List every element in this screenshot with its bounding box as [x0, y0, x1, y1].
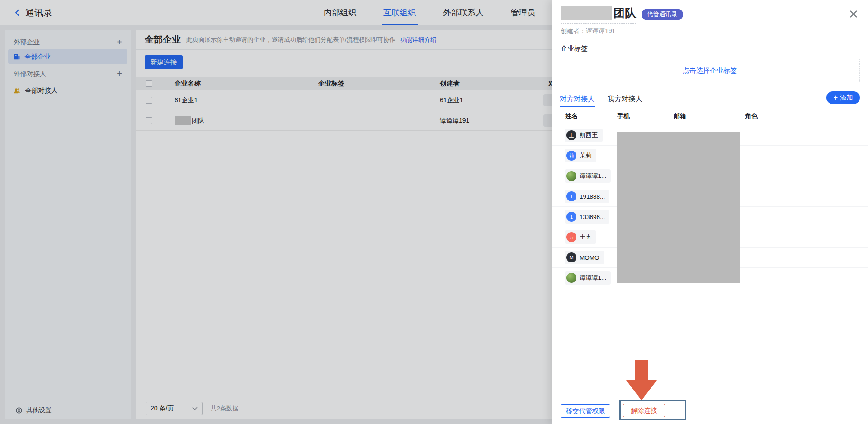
modal-mask	[0, 0, 552, 424]
redacted-text	[561, 6, 612, 20]
avatar: 王	[566, 130, 576, 140]
tab-our-contacts[interactable]: 我方对接人	[608, 91, 643, 108]
redacted-region	[617, 132, 740, 283]
avatar: M	[566, 252, 576, 262]
select-tag-placeholder: 点击选择企业标签	[683, 67, 737, 75]
disconnect-button[interactable]: 解除连接	[623, 404, 665, 417]
avatar: 莉	[566, 151, 576, 161]
team-name-editable[interactable]: 团队	[561, 5, 636, 24]
member-chip[interactable]: 谭谭谭1...	[565, 169, 611, 183]
column-role: 角色	[745, 112, 758, 120]
member-name: 谭谭谭1...	[580, 172, 606, 180]
member-chip[interactable]: 王 凯西王	[565, 129, 603, 142]
company-tag-label: 企业标签	[561, 44, 588, 53]
member-name: MOMO	[580, 254, 599, 261]
tab-their-contacts[interactable]: 对方对接人	[560, 91, 595, 108]
close-icon	[849, 10, 858, 19]
avatar-photo	[566, 171, 576, 181]
team-name: 团队	[613, 5, 636, 20]
avatar: 1	[566, 191, 576, 201]
divider	[552, 109, 868, 109]
close-button[interactable]	[848, 8, 859, 20]
team-detail-drawer: 团队 代管通讯录 创建者：谭谭谭191 企业标签 点击选择企业标签 对方对接人 …	[552, 0, 868, 424]
creator-text: 创建者：谭谭谭191	[561, 27, 615, 35]
member-name: 王五	[580, 233, 592, 241]
column-name: 姓名	[565, 112, 578, 120]
member-chip[interactable]: 五 王五	[565, 230, 596, 244]
add-member-button[interactable]: + 添加	[826, 91, 860, 104]
contact-tabs: 对方对接人 我方对接人	[560, 91, 642, 108]
plus-icon: +	[834, 94, 838, 101]
column-email: 邮箱	[674, 112, 686, 120]
managed-addressbook-badge: 代管通讯录	[642, 9, 683, 20]
drawer-title-row: 团队 代管通讯录	[561, 5, 683, 24]
member-name: 凯西王	[580, 131, 598, 139]
member-name: 133696...	[580, 214, 605, 220]
transfer-permission-button[interactable]: 移交代管权限	[561, 404, 610, 418]
member-name: 谭谭谭1...	[580, 274, 606, 282]
member-chip[interactable]: 谭谭谭1...	[565, 271, 611, 285]
avatar-photo	[566, 273, 576, 283]
annotation-arrow-icon	[622, 360, 662, 401]
member-chip[interactable]: 莉 茉莉	[565, 149, 596, 162]
member-table-header: 姓名 手机 邮箱 角色	[552, 112, 868, 125]
avatar: 五	[566, 232, 576, 242]
member-chip[interactable]: 1 191888...	[565, 190, 609, 203]
app-window: 通讯录 内部组织 互联组织 外部联系人 管理员 外部企业 + 全部企业 外部对接…	[0, 0, 868, 424]
member-name: 茉莉	[580, 152, 592, 160]
member-chip[interactable]: M MOMO	[565, 251, 604, 264]
column-phone: 手机	[617, 112, 630, 120]
member-name: 191888...	[580, 193, 605, 200]
avatar: 1	[566, 212, 576, 222]
member-chip[interactable]: 1 133696...	[565, 210, 609, 224]
divider	[552, 396, 868, 396]
select-company-tag-box[interactable]: 点击选择企业标签	[560, 59, 860, 82]
